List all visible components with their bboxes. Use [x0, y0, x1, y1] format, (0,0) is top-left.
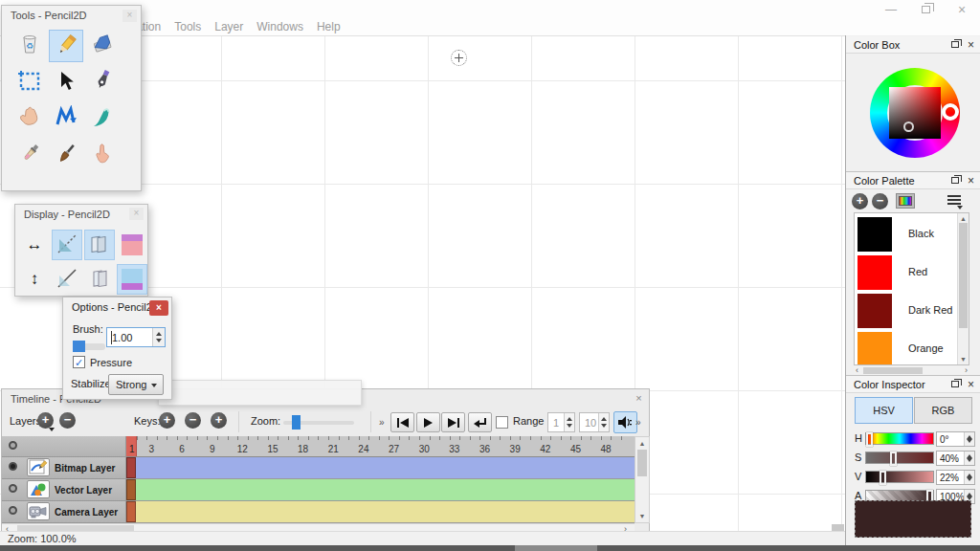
- loop-button[interactable]: [468, 412, 492, 432]
- ruler-frame-number[interactable]: 24: [358, 444, 368, 454]
- minimize-button[interactable]: —: [880, 3, 902, 17]
- keyframe-marker[interactable]: [126, 457, 136, 478]
- ruler-frame-number[interactable]: 6: [179, 444, 185, 454]
- ruler-frame-number[interactable]: 27: [389, 444, 399, 454]
- close-icon[interactable]: ×: [968, 174, 974, 187]
- show-all-layers-button[interactable]: [84, 230, 115, 260]
- brush-size-spinbox[interactable]: 1.00: [106, 327, 166, 347]
- h-spinbox[interactable]: 0°: [936, 431, 975, 447]
- tool-hand-button[interactable]: [12, 102, 47, 135]
- layer-track-camera[interactable]: [126, 501, 635, 523]
- layer-header-bitmap[interactable]: Bitmap Layer: [2, 457, 126, 479]
- hue-ring-indicator[interactable]: [942, 103, 959, 121]
- close-icon[interactable]: ×: [968, 378, 974, 391]
- add-color-button[interactable]: +: [852, 193, 868, 209]
- tool-eyedropper-button[interactable]: [12, 139, 47, 171]
- tab-hsv[interactable]: HSV: [855, 397, 913, 424]
- slider-handle[interactable]: [866, 432, 873, 447]
- scroll-down-arrow[interactable]: ▼: [958, 355, 969, 364]
- slider-handle[interactable]: [880, 471, 886, 485]
- layer-visibility-dot[interactable]: [9, 462, 17, 471]
- scroll-up-arrow[interactable]: ▲: [958, 214, 969, 223]
- slider-handle[interactable]: [890, 452, 897, 466]
- ruler-frame-number[interactable]: 15: [267, 444, 278, 454]
- ruler-frame-number[interactable]: 39: [510, 444, 521, 454]
- ruler-frame-number[interactable]: 42: [540, 444, 550, 454]
- menu-help[interactable]: Help: [310, 19, 347, 35]
- s-spinbox[interactable]: 40%: [936, 451, 975, 466]
- menu-windows[interactable]: Windows: [250, 19, 310, 35]
- range-start-spinbox[interactable]: 1: [547, 412, 575, 432]
- layer-visibility-dot[interactable]: [9, 441, 17, 450]
- remove-color-button[interactable]: −: [872, 193, 888, 209]
- palette-color-list[interactable]: BlackRedDark RedOrange: [854, 212, 969, 365]
- ruler-frame-number[interactable]: 33: [449, 444, 459, 454]
- add-layer-caret-icon[interactable]: [49, 428, 55, 431]
- close-icon[interactable]: ×: [122, 10, 137, 22]
- current-frame-cell[interactable]: 1: [126, 436, 137, 457]
- menu-layer[interactable]: Layer: [208, 19, 250, 35]
- keyframe-marker[interactable]: [126, 501, 136, 522]
- mirror-horizontal-button[interactable]: [52, 230, 82, 260]
- close-button[interactable]: ×: [149, 300, 168, 316]
- scroll-thumb[interactable]: [515, 545, 597, 551]
- palette-view-button[interactable]: [896, 193, 915, 209]
- ruler-frame-number[interactable]: 18: [298, 444, 308, 454]
- tab-rgb[interactable]: RGB: [914, 397, 972, 424]
- display-titlebar[interactable]: Display - Pencil2D ×: [15, 205, 147, 224]
- toolbar-overflow-chevron[interactable]: »: [635, 417, 641, 428]
- frame-ruler[interactable]: 136912151821242730333639424548: [126, 436, 635, 457]
- scroll-left-arrow[interactable]: ‹: [856, 366, 858, 375]
- s-slider[interactable]: [865, 452, 934, 464]
- h-slider[interactable]: [865, 432, 934, 445]
- palette-horizontal-scrollbar[interactable]: ‹ ›: [854, 366, 969, 375]
- v-spinbox[interactable]: 22%: [936, 470, 975, 485]
- color-box-titlebar[interactable]: Color Box ×: [846, 36, 980, 54]
- timeline-vertical-scrollbar[interactable]: ▲ ▼: [635, 436, 650, 523]
- layer-header-vector[interactable]: Vector Layer: [2, 479, 126, 501]
- tool-polyline-button[interactable]: [49, 102, 83, 135]
- add-key-button[interactable]: +: [159, 412, 175, 429]
- flip-horizontal-button[interactable]: ↔: [19, 230, 50, 260]
- bottom-scroll-strip[interactable]: [0, 545, 980, 551]
- palette-color-black[interactable]: Black: [855, 215, 969, 253]
- palette-menu-button[interactable]: [947, 193, 967, 209]
- scroll-thumb[interactable]: [959, 223, 968, 328]
- scroll-down-arrow[interactable]: ▼: [635, 512, 649, 520]
- ruler-frame-number[interactable]: 45: [570, 444, 581, 454]
- toolbar-overflow-chevron[interactable]: »: [379, 417, 385, 428]
- scroll-up-arrow[interactable]: ▲: [635, 439, 649, 448]
- scroll-thumb[interactable]: [863, 367, 923, 374]
- play-button[interactable]: [416, 412, 440, 432]
- tool-finger-button[interactable]: [85, 139, 120, 171]
- keyframe-marker[interactable]: [126, 479, 136, 500]
- range-checkbox[interactable]: [496, 416, 508, 429]
- previous-frame-button[interactable]: [390, 412, 414, 432]
- close-icon[interactable]: ×: [968, 38, 974, 52]
- show-current-layer-button[interactable]: [84, 264, 115, 295]
- remove-layer-button[interactable]: −: [59, 412, 76, 429]
- layer-track-vector[interactable]: [126, 479, 635, 501]
- options-titlebar[interactable]: Options - Pencil2D ×: [63, 298, 171, 317]
- timeline-zoom-slider-handle[interactable]: [292, 415, 301, 430]
- mirror-vertical-button[interactable]: [52, 264, 82, 295]
- float-panel-icon[interactable]: [951, 381, 959, 387]
- float-panel-icon[interactable]: [951, 177, 959, 184]
- color-palette-titlebar[interactable]: Color Palette ×: [846, 172, 980, 189]
- palette-color-red[interactable]: Red: [855, 253, 969, 292]
- sv-indicator[interactable]: [903, 121, 914, 132]
- ruler-frame-number[interactable]: 48: [601, 444, 612, 454]
- close-icon[interactable]: ×: [129, 208, 144, 220]
- layer-visibility-dot[interactable]: [9, 484, 17, 493]
- color-inspector-titlebar[interactable]: Color Inspector ×: [846, 376, 980, 393]
- flip-vertical-button[interactable]: ↕: [19, 264, 50, 295]
- sound-toggle-button[interactable]: [613, 411, 637, 433]
- ruler-frame-number[interactable]: 30: [419, 444, 430, 454]
- layer-track-bitmap[interactable]: [126, 457, 635, 479]
- pressure-checkbox[interactable]: ✓: [73, 356, 85, 368]
- layer-visibility-dot[interactable]: [9, 506, 17, 515]
- saturation-value-square[interactable]: [889, 87, 941, 139]
- tool-pencil-button[interactable]: [49, 30, 83, 62]
- layer-header-camera[interactable]: Camera Layer: [2, 501, 126, 523]
- add-layer-button[interactable]: +: [37, 412, 54, 429]
